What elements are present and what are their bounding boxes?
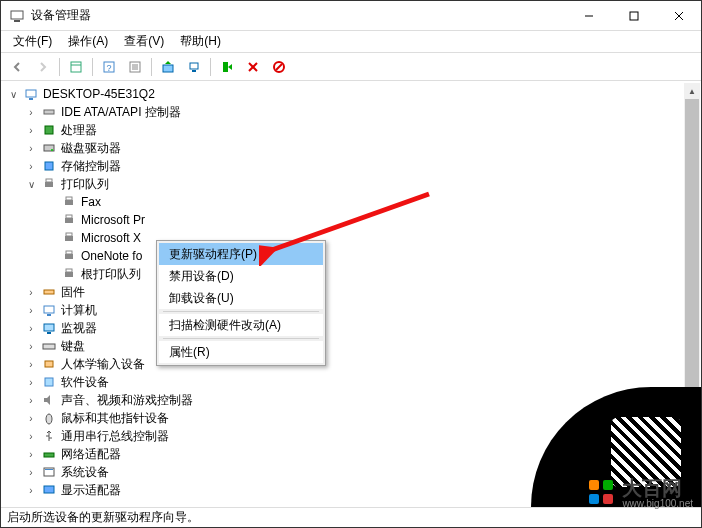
tree-device[interactable]: Microsoft Pr (1, 211, 701, 229)
back-button[interactable] (5, 55, 29, 79)
chevron-right-icon[interactable]: › (25, 305, 37, 316)
tree-category[interactable]: ›计算机 (1, 301, 701, 319)
svg-rect-45 (47, 332, 51, 334)
ctx-properties[interactable]: 属性(R) (159, 341, 323, 363)
chevron-right-icon[interactable]: › (25, 287, 37, 298)
chevron-right-icon[interactable]: › (25, 377, 37, 388)
chevron-right-icon[interactable]: › (25, 125, 37, 136)
tree-category-label: 网络适配器 (61, 446, 121, 463)
show-hide-tree-button[interactable] (64, 55, 88, 79)
svg-rect-15 (190, 63, 198, 69)
tree-category[interactable]: ›存储控制器 (1, 157, 701, 175)
chevron-down-icon[interactable]: ∨ (25, 179, 37, 190)
ide-icon (41, 104, 57, 120)
titlebar: 设备管理器 (1, 1, 701, 31)
help-button[interactable]: ? (97, 55, 121, 79)
network-icon (41, 446, 57, 462)
monitor-icon (41, 320, 57, 336)
menubar: 文件(F) 操作(A) 查看(V) 帮助(H) (1, 31, 701, 53)
forward-button[interactable] (31, 55, 55, 79)
update-driver-button[interactable] (156, 55, 180, 79)
ctx-disable-device[interactable]: 禁用设备(D) (159, 265, 323, 287)
disable-button[interactable] (267, 55, 291, 79)
app-icon (9, 8, 25, 24)
svg-rect-46 (43, 344, 55, 349)
menu-file[interactable]: 文件(F) (5, 31, 60, 52)
scroll-down-button[interactable]: ▼ (684, 477, 700, 493)
tree-category[interactable]: ›显示适配器 (1, 481, 701, 499)
chevron-right-icon[interactable]: › (25, 323, 37, 334)
device-tree[interactable]: ∨ DESKTOP-45E31Q2 ›IDE ATA/ATAPI 控制器›处理器… (1, 81, 701, 509)
chevron-right-icon[interactable]: › (25, 395, 37, 406)
enable-button[interactable] (215, 55, 239, 79)
ctx-uninstall-device[interactable]: 卸载设备(U) (159, 287, 323, 309)
svg-rect-42 (44, 306, 54, 313)
menu-action[interactable]: 操作(A) (60, 31, 116, 52)
tree-category-label: 磁盘驱动器 (61, 140, 121, 157)
tree-category[interactable]: ›系统设备 (1, 463, 701, 481)
window-title: 设备管理器 (31, 7, 566, 24)
statusbar-text: 启动所选设备的更新驱动程序向导。 (7, 509, 199, 526)
svg-rect-43 (47, 314, 51, 316)
chevron-right-icon[interactable]: › (25, 449, 37, 460)
tree-category[interactable]: ›磁盘驱动器 (1, 139, 701, 157)
separator (59, 58, 60, 76)
tree-root[interactable]: ∨ DESKTOP-45E31Q2 (1, 85, 701, 103)
tree-device[interactable]: Microsoft X (1, 229, 701, 247)
tree-category[interactable]: ›人体学输入设备 (1, 355, 701, 373)
chevron-right-icon[interactable]: › (25, 143, 37, 154)
tree-category-label: 存储控制器 (61, 158, 121, 175)
tree-device[interactable]: Fax (1, 193, 701, 211)
hid-icon (41, 356, 57, 372)
chevron-right-icon[interactable]: › (25, 413, 37, 424)
chevron-down-icon[interactable]: ∨ (7, 89, 19, 100)
tree-category-label: 通用串行总线控制器 (61, 428, 169, 445)
menu-view[interactable]: 查看(V) (116, 31, 172, 52)
maximize-button[interactable] (611, 1, 656, 31)
svg-line-21 (276, 64, 282, 70)
ctx-scan-hardware[interactable]: 扫描检测硬件改动(A) (159, 314, 323, 336)
tree-category[interactable]: ›声音、视频和游戏控制器 (1, 391, 701, 409)
svg-text:?: ? (106, 63, 111, 73)
chevron-right-icon[interactable]: › (25, 341, 37, 352)
properties-button[interactable] (123, 55, 147, 79)
tree-device[interactable]: OneNote fo (1, 247, 701, 265)
printer-icon (61, 248, 77, 264)
ctx-update-driver[interactable]: 更新驱动程序(P) (159, 243, 323, 265)
tree-category[interactable]: ›网络适配器 (1, 445, 701, 463)
chevron-right-icon[interactable]: › (25, 485, 37, 496)
tree-category[interactable]: ›处理器 (1, 121, 701, 139)
chevron-right-icon[interactable]: › (25, 161, 37, 172)
chevron-right-icon[interactable]: › (25, 359, 37, 370)
scroll-up-button[interactable]: ▲ (684, 83, 700, 99)
menu-help[interactable]: 帮助(H) (172, 31, 229, 52)
chevron-right-icon[interactable]: › (25, 467, 37, 478)
svg-rect-39 (65, 272, 73, 277)
minimize-button[interactable] (566, 1, 611, 31)
statusbar: 启动所选设备的更新驱动程序向导。 (1, 507, 701, 527)
printer-icon (61, 194, 77, 210)
scan-hardware-button[interactable] (182, 55, 206, 79)
tree-category[interactable]: ›鼠标和其他指针设备 (1, 409, 701, 427)
svg-point-27 (51, 149, 53, 151)
tree-device[interactable]: 根打印队列 (1, 265, 701, 283)
tree-category[interactable]: ›固件 (1, 283, 701, 301)
close-button[interactable] (656, 1, 701, 31)
printer-icon (41, 176, 57, 192)
uninstall-button[interactable] (241, 55, 265, 79)
tree-category[interactable]: ›监视器 (1, 319, 701, 337)
tree-category-label: 固件 (61, 284, 85, 301)
svg-rect-47 (45, 361, 53, 367)
tree-category[interactable]: ›键盘 (1, 337, 701, 355)
tree-category[interactable]: ›软件设备 (1, 373, 701, 391)
tree-category[interactable]: ›通用串行总线控制器 (1, 427, 701, 445)
chevron-right-icon[interactable]: › (25, 431, 37, 442)
scrollbar-thumb[interactable] (685, 99, 699, 459)
vertical-scrollbar[interactable]: ▲ ▼ (684, 83, 700, 493)
tree-root-label: DESKTOP-45E31Q2 (43, 87, 155, 101)
chevron-right-icon[interactable]: › (25, 107, 37, 118)
tree-category[interactable]: ∨打印队列 (1, 175, 701, 193)
tree-category[interactable]: ›IDE ATA/ATAPI 控制器 (1, 103, 701, 121)
printer-icon (61, 230, 77, 246)
svg-rect-44 (44, 324, 54, 331)
